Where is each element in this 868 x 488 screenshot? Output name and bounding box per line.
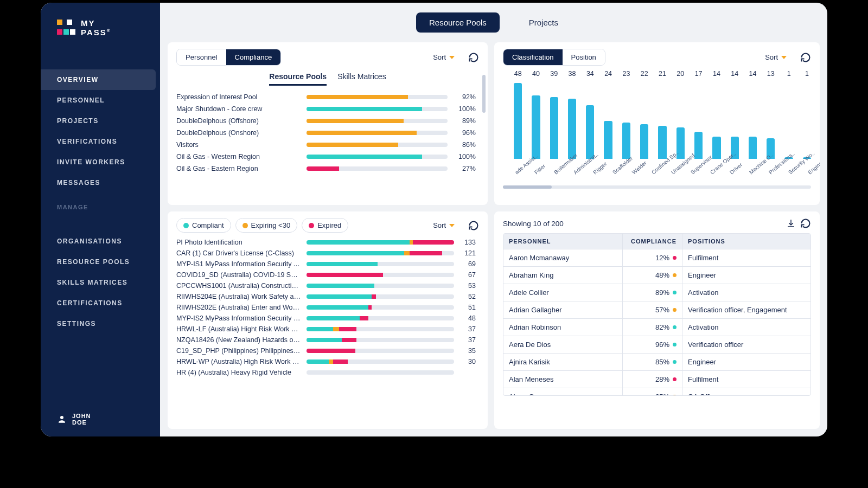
pool-row[interactable]: Visitors86% [176,139,476,151]
chart-scrollbar[interactable] [503,185,811,189]
chart-bar[interactable] [694,132,703,159]
cert-row[interactable]: CAR (1) Car Driver's License (C-Class)12… [176,248,476,259]
chart-bar[interactable] [749,137,757,159]
chevron-down-icon [449,56,455,59]
pool-row[interactable]: DoubleDelphous (Offshore)89% [176,115,476,127]
seg-classification[interactable]: Classification [503,49,563,65]
cert-row[interactable]: C19_SD_PHP (Philippines) Philippines Cov… [176,345,476,356]
pool-row[interactable]: Expression of Interest Pool92% [176,91,476,103]
table-row[interactable]: Alana Green65%QA Officer [503,388,810,395]
table-row[interactable]: Aera De Dios96%Verification officer [503,336,810,353]
table-row[interactable]: Abraham King48%Engineer [503,266,810,284]
chart-bar[interactable] [622,123,630,159]
pool-list[interactable]: Expression of Interest Pool92%Major Shut… [176,91,479,197]
th-positions[interactable]: POSITIONS [682,234,810,249]
seg-personnel[interactable]: Personnel [177,49,226,65]
dashboard-grid: PersonnelCompliance Sort Resource PoolsS… [160,42,827,436]
certification-list[interactable]: PI Photo Identification133CAR (1) Car Dr… [176,237,479,400]
chart-bar[interactable] [550,97,558,159]
seg-compliance[interactable]: Compliance [226,49,281,65]
panel-certifications: CompliantExpiring <30Expired Sort PI Pho… [168,211,488,429]
pool-row[interactable]: Major Shutdown - Core crew100% [176,103,476,115]
nav-section-manage: MANAGE [41,193,160,215]
cert-row[interactable]: HR (4) (Australia) Heavy Rigid Vehicle [176,367,476,378]
table-row[interactable]: Aaron Mcmanaway12%Fulfilment [503,249,810,266]
panel-personnel-table: Showing 10 of 200 PERSONNEL COMPLIANCE P… [494,211,820,429]
seg-position[interactable]: Position [563,49,605,65]
cert-row[interactable]: PI Photo Identification133 [176,237,476,248]
nav-item-certifications[interactable]: CERTIFICATIONS [41,293,160,313]
table-row[interactable]: Ajnira Karisik85%Engineer [503,353,810,370]
panel-classification-chart: ClassificationPosition Sort 484039383424… [494,42,820,205]
table-row[interactable]: Adrian Robinson82%Activation [503,318,810,336]
cert-row[interactable]: COVID19_SD (Australia) COVID-19 Self Dec… [176,269,476,280]
user-name-line1: JOHN [72,413,91,419]
cert-row[interactable]: MYP-IS2 MyPass Information Security Re..… [176,313,476,324]
pool-row[interactable]: DoubleDelphous (Onshore)96% [176,127,476,139]
nav-item-invite-workers[interactable]: INVITE WORKERS [41,152,160,172]
chart-bar[interactable] [586,105,594,159]
cert-row[interactable]: MYP-IS1 MyPass Information Security Awa.… [176,259,476,269]
cert-row[interactable]: CPCCWHS1001 (Australia) Construction Wo.… [176,280,476,291]
th-compliance[interactable]: COMPLIANCE [623,234,682,249]
top-tab-resource-pools[interactable]: Resource Pools [416,12,500,33]
user-profile[interactable]: JOHN DOE [41,402,160,436]
table-body[interactable]: Aaron Mcmanaway12%FulfilmentAbraham King… [503,249,810,395]
legend-expiring-30: Expiring <30 [235,218,298,233]
cert-row[interactable]: HRWL-LF (Australia) Hight Risk Work Lice… [176,324,476,335]
cert-row[interactable]: RIIWHS204E (Australia) Work Safety at He… [176,291,476,302]
panel-compliance-pools: PersonnelCompliance Sort Resource PoolsS… [168,42,488,205]
status-legend: CompliantExpiring <30Expired [176,218,348,233]
nav-item-settings[interactable]: SETTINGS [41,313,160,334]
bar-chart: 48403938342423222120171414141311 ade Ass… [503,70,811,184]
nav-main: OVERVIEWPERSONNELPROJECTSVERIFICATIONSIN… [41,69,160,193]
brand-text: MY PASS® [81,19,111,37]
pool-row[interactable]: Oil & Gas - Eastern Region27% [176,163,476,175]
segmented-classification-position: ClassificationPosition [503,49,605,66]
refresh-icon[interactable] [800,218,811,229]
th-personnel[interactable]: PERSONNEL [503,234,623,249]
chevron-down-icon [449,224,455,227]
nav-item-organisations[interactable]: ORGANISATIONS [41,231,160,252]
nav-item-personnel[interactable]: PERSONNEL [41,90,160,111]
sub-tab-skills-matrices[interactable]: Skills Matrices [337,72,386,86]
cert-row[interactable]: RIIWHS202E (Australia) Enter and Work in… [176,302,476,313]
sidebar: MY PASS® OVERVIEWPERSONNELPROJECTSVERIFI… [41,3,160,436]
nav-item-verifications[interactable]: VERIFICATIONS [41,131,160,152]
app-frame: MY PASS® OVERVIEWPERSONNELPROJECTSVERIFI… [41,3,827,436]
chart-bar[interactable] [514,83,522,159]
cert-row[interactable]: HRWL-WP (Australia) High Risk Work Licen… [176,356,476,367]
brand-logo: MY PASS® [41,19,160,53]
chart-bar[interactable] [712,137,720,159]
nav-item-messages[interactable]: MESSAGES [41,172,160,193]
chevron-down-icon [781,56,787,59]
table-row[interactable]: Alan Meneses28%Fulfilment [503,370,810,388]
nav-item-skills-matrices[interactable]: SKILLS MATRICES [41,272,160,293]
nav-item-projects[interactable]: PROJECTS [41,111,160,131]
segmented-personnel-compliance: PersonnelCompliance [176,49,281,66]
sub-tab-resource-pools[interactable]: Resource Pools [269,72,327,86]
showing-text: Showing 10 of 200 [503,220,564,228]
table-row[interactable]: Adele Collier89%Activation [503,284,810,301]
table-row[interactable]: Adrian Gallagher57%Verification officer,… [503,301,810,318]
refresh-icon[interactable] [800,52,811,63]
legend-compliant: Compliant [176,218,231,233]
download-icon[interactable] [786,219,796,228]
nav-item-resource-pools[interactable]: RESOURCE POOLS [41,252,160,272]
chart-bar[interactable] [568,99,576,159]
sort-button[interactable]: Sort [428,50,459,64]
chart-bar[interactable] [532,95,540,159]
chart-bar[interactable] [604,121,612,159]
refresh-icon[interactable] [468,220,479,231]
chart-bar[interactable] [658,126,666,159]
sort-button[interactable]: Sort [428,219,459,232]
pool-row[interactable]: Oil & Gas - Western Region100% [176,151,476,163]
top-tab-projects[interactable]: Projects [516,12,571,33]
chart-bar[interactable] [640,124,648,159]
top-tabs: Resource PoolsProjects [160,3,827,42]
sort-button[interactable]: Sort [760,50,792,64]
table-header: PERSONNEL COMPLIANCE POSITIONS [503,234,810,249]
refresh-icon[interactable] [468,52,479,63]
nav-item-overview[interactable]: OVERVIEW [41,69,156,90]
cert-row[interactable]: NZQA18426 (New Zealand) Hazards of a co.… [176,335,476,345]
